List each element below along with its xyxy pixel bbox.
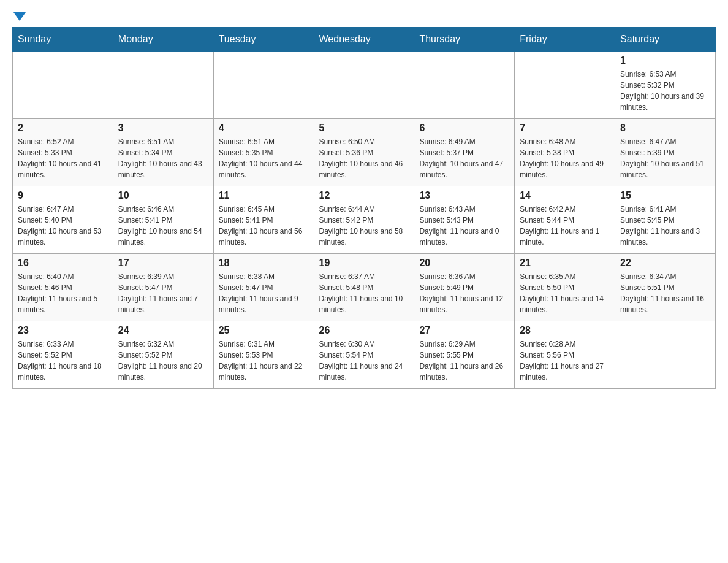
day-number: 12	[319, 190, 409, 201]
day-number: 27	[419, 325, 509, 336]
calendar-cell: 16Sunrise: 6:40 AMSunset: 5:46 PMDayligh…	[13, 254, 113, 321]
day-number: 26	[319, 325, 409, 336]
calendar-cell: 18Sunrise: 6:38 AMSunset: 5:47 PMDayligh…	[213, 254, 314, 321]
day-number: 9	[18, 190, 108, 201]
calendar-cell: 13Sunrise: 6:43 AMSunset: 5:43 PMDayligh…	[414, 186, 515, 254]
calendar-cell: 12Sunrise: 6:44 AMSunset: 5:42 PMDayligh…	[314, 186, 414, 254]
day-info: Sunrise: 6:33 AMSunset: 5:52 PMDaylight:…	[18, 339, 108, 383]
page-header	[12, 12, 716, 21]
day-info: Sunrise: 6:29 AMSunset: 5:55 PMDaylight:…	[419, 339, 509, 383]
weekday-header-tuesday: Tuesday	[213, 28, 314, 52]
day-number: 1	[620, 55, 710, 66]
day-number: 8	[620, 123, 710, 134]
calendar-cell: 19Sunrise: 6:37 AMSunset: 5:48 PMDayligh…	[314, 254, 414, 321]
day-number: 15	[620, 190, 710, 201]
day-number: 19	[319, 258, 409, 269]
calendar-cell: 15Sunrise: 6:41 AMSunset: 5:45 PMDayligh…	[615, 186, 716, 254]
day-number: 5	[319, 123, 409, 134]
day-info: Sunrise: 6:49 AMSunset: 5:37 PMDaylight:…	[419, 136, 509, 180]
day-info: Sunrise: 6:41 AMSunset: 5:45 PMDaylight:…	[620, 204, 710, 248]
calendar-cell: 2Sunrise: 6:52 AMSunset: 5:33 PMDaylight…	[13, 119, 113, 186]
day-info: Sunrise: 6:51 AMSunset: 5:34 PMDaylight:…	[118, 136, 208, 180]
calendar-cell: 1Sunrise: 6:53 AMSunset: 5:32 PMDaylight…	[615, 52, 716, 119]
calendar-cell	[615, 321, 716, 389]
calendar-cell	[414, 52, 515, 119]
calendar-cell: 11Sunrise: 6:45 AMSunset: 5:41 PMDayligh…	[213, 186, 314, 254]
day-number: 2	[18, 123, 108, 134]
day-info: Sunrise: 6:31 AMSunset: 5:53 PMDaylight:…	[219, 339, 309, 383]
calendar-cell: 6Sunrise: 6:49 AMSunset: 5:37 PMDaylight…	[414, 119, 515, 186]
calendar-cell: 8Sunrise: 6:47 AMSunset: 5:39 PMDaylight…	[615, 119, 716, 186]
calendar-cell: 25Sunrise: 6:31 AMSunset: 5:53 PMDayligh…	[213, 321, 314, 389]
day-info: Sunrise: 6:34 AMSunset: 5:51 PMDaylight:…	[620, 271, 710, 315]
day-number: 17	[118, 258, 208, 269]
day-info: Sunrise: 6:28 AMSunset: 5:56 PMDaylight:…	[520, 339, 610, 383]
day-info: Sunrise: 6:51 AMSunset: 5:35 PMDaylight:…	[219, 136, 309, 180]
day-number: 21	[520, 258, 610, 269]
weekday-header-saturday: Saturday	[615, 28, 716, 52]
calendar-week-row: 16Sunrise: 6:40 AMSunset: 5:46 PMDayligh…	[13, 254, 716, 321]
day-number: 7	[520, 123, 610, 134]
day-number: 11	[219, 190, 309, 201]
calendar-cell: 20Sunrise: 6:36 AMSunset: 5:49 PMDayligh…	[414, 254, 515, 321]
day-info: Sunrise: 6:38 AMSunset: 5:47 PMDaylight:…	[219, 271, 309, 315]
day-number: 4	[219, 123, 309, 134]
calendar-cell: 14Sunrise: 6:42 AMSunset: 5:44 PMDayligh…	[515, 186, 615, 254]
calendar-cell: 17Sunrise: 6:39 AMSunset: 5:47 PMDayligh…	[113, 254, 213, 321]
day-info: Sunrise: 6:48 AMSunset: 5:38 PMDaylight:…	[520, 136, 610, 180]
day-info: Sunrise: 6:44 AMSunset: 5:42 PMDaylight:…	[319, 204, 409, 248]
day-number: 24	[118, 325, 208, 336]
calendar-cell: 22Sunrise: 6:34 AMSunset: 5:51 PMDayligh…	[615, 254, 716, 321]
logo-triangle-icon	[13, 12, 26, 21]
calendar-week-row: 9Sunrise: 6:47 AMSunset: 5:40 PMDaylight…	[13, 186, 716, 254]
weekday-header-monday: Monday	[113, 28, 213, 52]
day-number: 10	[118, 190, 208, 201]
day-info: Sunrise: 6:42 AMSunset: 5:44 PMDaylight:…	[520, 204, 610, 248]
calendar-cell	[113, 52, 213, 119]
day-number: 14	[520, 190, 610, 201]
weekday-header-wednesday: Wednesday	[314, 28, 414, 52]
day-number: 16	[18, 258, 108, 269]
day-info: Sunrise: 6:35 AMSunset: 5:50 PMDaylight:…	[520, 271, 610, 315]
day-info: Sunrise: 6:40 AMSunset: 5:46 PMDaylight:…	[18, 271, 108, 315]
weekday-header-thursday: Thursday	[414, 28, 515, 52]
calendar-cell	[314, 52, 414, 119]
day-info: Sunrise: 6:52 AMSunset: 5:33 PMDaylight:…	[18, 136, 108, 180]
day-info: Sunrise: 6:53 AMSunset: 5:32 PMDaylight:…	[620, 69, 710, 113]
day-number: 22	[620, 258, 710, 269]
calendar-cell: 3Sunrise: 6:51 AMSunset: 5:34 PMDaylight…	[113, 119, 213, 186]
calendar-cell: 27Sunrise: 6:29 AMSunset: 5:55 PMDayligh…	[414, 321, 515, 389]
day-info: Sunrise: 6:32 AMSunset: 5:52 PMDaylight:…	[118, 339, 208, 383]
logo	[12, 12, 27, 21]
day-number: 20	[419, 258, 509, 269]
calendar-week-row: 1Sunrise: 6:53 AMSunset: 5:32 PMDaylight…	[13, 52, 716, 119]
calendar-week-row: 2Sunrise: 6:52 AMSunset: 5:33 PMDaylight…	[13, 119, 716, 186]
calendar-cell: 26Sunrise: 6:30 AMSunset: 5:54 PMDayligh…	[314, 321, 414, 389]
day-info: Sunrise: 6:36 AMSunset: 5:49 PMDaylight:…	[419, 271, 509, 315]
calendar-cell: 28Sunrise: 6:28 AMSunset: 5:56 PMDayligh…	[515, 321, 615, 389]
day-info: Sunrise: 6:39 AMSunset: 5:47 PMDaylight:…	[118, 271, 208, 315]
calendar-header-row: SundayMondayTuesdayWednesdayThursdayFrid…	[13, 28, 716, 52]
calendar-cell: 24Sunrise: 6:32 AMSunset: 5:52 PMDayligh…	[113, 321, 213, 389]
day-info: Sunrise: 6:46 AMSunset: 5:41 PMDaylight:…	[118, 204, 208, 248]
day-number: 25	[219, 325, 309, 336]
calendar-cell	[13, 52, 113, 119]
weekday-header-sunday: Sunday	[13, 28, 113, 52]
day-number: 18	[219, 258, 309, 269]
day-number: 28	[520, 325, 610, 336]
day-info: Sunrise: 6:37 AMSunset: 5:48 PMDaylight:…	[319, 271, 409, 315]
day-number: 3	[118, 123, 208, 134]
day-info: Sunrise: 6:47 AMSunset: 5:40 PMDaylight:…	[18, 204, 108, 248]
calendar-cell: 4Sunrise: 6:51 AMSunset: 5:35 PMDaylight…	[213, 119, 314, 186]
day-number: 6	[419, 123, 509, 134]
day-info: Sunrise: 6:50 AMSunset: 5:36 PMDaylight:…	[319, 136, 409, 180]
day-number: 23	[18, 325, 108, 336]
calendar-cell	[213, 52, 314, 119]
calendar-cell: 7Sunrise: 6:48 AMSunset: 5:38 PMDaylight…	[515, 119, 615, 186]
weekday-header-friday: Friday	[515, 28, 615, 52]
day-info: Sunrise: 6:43 AMSunset: 5:43 PMDaylight:…	[419, 204, 509, 248]
calendar-cell: 21Sunrise: 6:35 AMSunset: 5:50 PMDayligh…	[515, 254, 615, 321]
calendar-cell: 10Sunrise: 6:46 AMSunset: 5:41 PMDayligh…	[113, 186, 213, 254]
day-info: Sunrise: 6:30 AMSunset: 5:54 PMDaylight:…	[319, 339, 409, 383]
calendar-week-row: 23Sunrise: 6:33 AMSunset: 5:52 PMDayligh…	[13, 321, 716, 389]
